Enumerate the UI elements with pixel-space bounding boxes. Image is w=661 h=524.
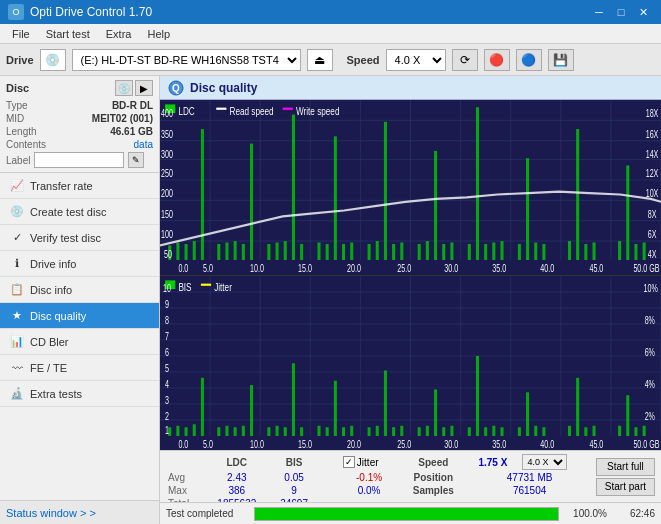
disc-contents-value[interactable]: data	[134, 139, 153, 150]
status-window-btn[interactable]: Status window > >	[0, 500, 159, 524]
svg-rect-23	[193, 241, 196, 260]
disc-contents-row: Contents data	[6, 139, 153, 150]
maximize-button[interactable]: □	[611, 4, 631, 20]
svg-text:50.0 GB: 50.0 GB	[633, 438, 659, 450]
svg-text:12X: 12X	[646, 168, 659, 180]
start-full-button[interactable]: Start full	[596, 458, 655, 476]
avg-ldc-val: 2.43	[204, 471, 269, 484]
nav-fe-te-label: FE / TE	[30, 362, 67, 374]
disc-label-row: Label ✎	[6, 152, 153, 168]
svg-rect-135	[317, 425, 320, 435]
svg-text:25.0: 25.0	[397, 262, 411, 274]
samples-val: 761504	[467, 484, 592, 497]
speed-select-stats[interactable]: 4.0 X	[522, 454, 567, 470]
action-btn-1[interactable]: ⟳	[452, 49, 478, 71]
svg-rect-59	[568, 241, 571, 260]
svg-text:2%: 2%	[645, 410, 655, 422]
disc-mid-value: MEIT02 (001)	[92, 113, 153, 124]
minimize-button[interactable]: ─	[589, 4, 609, 20]
svg-rect-37	[334, 136, 337, 260]
svg-text:400: 400	[161, 108, 173, 120]
svg-text:2: 2	[165, 410, 169, 422]
disc-quality-header-icon: Q	[168, 80, 184, 96]
svg-rect-164	[626, 395, 629, 436]
nav-transfer-rate[interactable]: 📈 Transfer rate	[0, 173, 159, 199]
svg-rect-60	[576, 129, 579, 260]
jitter-checkbox-row: ✓ Jitter	[343, 456, 395, 468]
nav-create-test-disc[interactable]: 💿 Create test disc	[0, 199, 159, 225]
svg-text:4%: 4%	[645, 378, 655, 390]
avg-bis-val: 0.05	[269, 471, 319, 484]
svg-rect-157	[534, 425, 537, 435]
drive-info-icon: ℹ	[10, 257, 24, 271]
disc-icon-2[interactable]: ▶	[135, 80, 153, 96]
svg-rect-161	[584, 427, 587, 436]
nav-extra-tests[interactable]: 🔬 Extra tests	[0, 381, 159, 407]
disc-length-row: Length 46.61 GB	[6, 126, 153, 137]
nav-disc-quality[interactable]: ★ Disc quality	[0, 303, 159, 329]
nav-fe-te[interactable]: 〰 FE / TE	[0, 355, 159, 381]
svg-text:10: 10	[163, 282, 171, 294]
menu-file[interactable]: File	[4, 26, 38, 42]
disc-header: Disc 💿 ▶	[6, 80, 153, 96]
disc-type-value: BD-R DL	[112, 100, 153, 111]
eject-button[interactable]: ⏏	[307, 49, 333, 71]
progress-area: Test completed 100.0% 62:46	[160, 502, 661, 524]
menu-help[interactable]: Help	[139, 26, 178, 42]
svg-text:6X: 6X	[648, 229, 657, 241]
svg-rect-136	[326, 427, 329, 436]
svg-rect-124	[201, 377, 204, 435]
svg-rect-27	[234, 241, 237, 260]
jitter-checkbox[interactable]: ✓	[343, 456, 355, 468]
menu-extra[interactable]: Extra	[98, 26, 140, 42]
svg-rect-30	[267, 244, 270, 260]
svg-text:10%: 10%	[644, 282, 658, 294]
svg-text:200: 200	[161, 188, 173, 200]
close-button[interactable]: ✕	[633, 4, 653, 20]
svg-rect-153	[492, 425, 495, 435]
svg-text:10.0: 10.0	[250, 262, 264, 274]
svg-text:4: 4	[165, 378, 169, 390]
svg-rect-32	[284, 241, 287, 260]
disc-quality-title: Disc quality	[190, 81, 257, 95]
action-btn-2[interactable]: 🔴	[484, 49, 510, 71]
disc-label-btn[interactable]: ✎	[128, 152, 144, 168]
nav-cd-bler[interactable]: 📊 CD Bler	[0, 329, 159, 355]
svg-text:35.0: 35.0	[492, 262, 506, 274]
svg-rect-134	[300, 427, 303, 436]
speed-select[interactable]: 4.0 X	[386, 49, 446, 71]
svg-text:Q: Q	[172, 83, 180, 94]
menu-starttest[interactable]: Start test	[38, 26, 98, 42]
speed-label: Speed	[347, 54, 380, 66]
progress-bar-inner	[255, 508, 558, 520]
start-part-button[interactable]: Start part	[596, 478, 655, 496]
svg-rect-26	[225, 243, 228, 260]
avg-jitter-val: -0.1%	[339, 471, 399, 484]
nav-drive-info[interactable]: ℹ Drive info	[0, 251, 159, 277]
svg-text:20.0: 20.0	[347, 262, 361, 274]
max-bis-val: 9	[269, 484, 319, 497]
disc-label-input[interactable]	[34, 152, 124, 168]
disc-type-label: Type	[6, 100, 28, 111]
svg-text:8%: 8%	[645, 314, 655, 326]
svg-text:5.0: 5.0	[203, 438, 213, 450]
nav-disc-info[interactable]: 📋 Disc info	[0, 277, 159, 303]
svg-rect-129	[250, 385, 253, 436]
top-chart-svg: LDC Read speed Write speed 400 350 300 2…	[160, 100, 661, 275]
drive-icon[interactable]: 💿	[40, 49, 66, 71]
svg-text:8X: 8X	[648, 209, 657, 221]
svg-rect-138	[342, 427, 345, 436]
drive-select[interactable]: (E:) HL-DT-ST BD-RE WH16NS58 TST4	[72, 49, 301, 71]
nav-verify-test-disc[interactable]: ✓ Verify test disc	[0, 225, 159, 251]
action-btn-3[interactable]: 🔵	[516, 49, 542, 71]
disc-icon-1[interactable]: 💿	[115, 80, 133, 96]
action-btn-save[interactable]: 💾	[548, 49, 574, 71]
svg-rect-24	[201, 129, 204, 260]
svg-text:5: 5	[165, 362, 169, 374]
svg-rect-21	[176, 243, 179, 260]
svg-text:1: 1	[165, 425, 169, 437]
svg-text:50.0 GB: 50.0 GB	[633, 262, 659, 274]
svg-text:10X: 10X	[646, 188, 659, 200]
svg-rect-159	[568, 425, 571, 435]
svg-text:40.0: 40.0	[540, 262, 554, 274]
